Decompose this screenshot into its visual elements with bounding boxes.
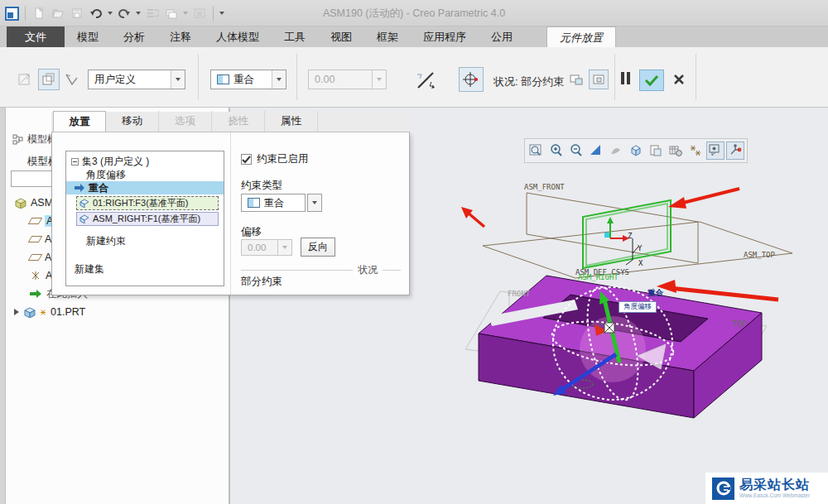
constraint-type-label: 约束类型 bbox=[241, 179, 282, 193]
main-window-icon[interactable] bbox=[589, 70, 609, 89]
reference-assembly[interactable]: ASM_RIGHT:F1(基准平面) bbox=[76, 212, 219, 226]
label-asm-top: ASM_TOP bbox=[744, 251, 775, 259]
divider bbox=[296, 54, 297, 100]
pause-button[interactable] bbox=[621, 72, 630, 84]
panel-constraint-type-combobox[interactable]: 重合 bbox=[241, 194, 306, 212]
accept-button[interactable] bbox=[639, 70, 664, 91]
tab-component-placement[interactable]: 元件放置 bbox=[546, 26, 616, 47]
combobox-arrow-icon[interactable] bbox=[171, 70, 185, 89]
offset-label: 偏移 bbox=[241, 225, 262, 239]
saved-views-icon[interactable] bbox=[627, 142, 645, 160]
tab-properties[interactable]: 属性 bbox=[265, 111, 318, 132]
datum-display-icon[interactable] bbox=[686, 142, 705, 160]
tab-framework[interactable]: 框架 bbox=[364, 26, 411, 47]
tab-file[interactable]: 文件 bbox=[7, 26, 65, 47]
label-axis-y: Y bbox=[638, 244, 642, 252]
datum-target-icon[interactable] bbox=[61, 69, 83, 90]
combobox-arrow-icon[interactable] bbox=[307, 194, 322, 212]
undo-menu-arrow-icon[interactable] bbox=[108, 12, 113, 15]
surface-ref-icon bbox=[79, 214, 89, 223]
watermark-title: 易采站长站 bbox=[739, 478, 810, 492]
view-manager-icon[interactable] bbox=[647, 142, 665, 160]
quick-access-toolbar bbox=[5, 4, 224, 22]
combobox-arrow-icon bbox=[372, 70, 386, 89]
constraint-enabled-row[interactable]: 约束已启用 bbox=[241, 152, 309, 166]
new-file-icon[interactable] bbox=[31, 6, 46, 21]
new-set-item[interactable]: 新建集 bbox=[66, 262, 224, 276]
easck-logo-icon bbox=[712, 478, 734, 500]
tab-model[interactable]: 模型 bbox=[65, 26, 111, 47]
tab-view[interactable]: 视图 bbox=[318, 26, 364, 47]
undo-icon[interactable] bbox=[89, 6, 104, 21]
tab-applications[interactable]: 应用程序 bbox=[411, 26, 479, 47]
separate-window-icon[interactable] bbox=[566, 70, 586, 89]
windows-icon[interactable] bbox=[164, 6, 179, 21]
dragger-tag[interactable]: 角度偏移 bbox=[619, 301, 657, 313]
reference-component[interactable]: 01:RIGHT:F3(基准平面) bbox=[76, 196, 219, 210]
tab-utilities[interactable]: 公用 bbox=[479, 26, 525, 47]
tree-item-part[interactable]: 01.PRT bbox=[14, 303, 225, 321]
tab-flexibility: 挠性 bbox=[212, 111, 265, 132]
asm-front-plane[interactable] bbox=[527, 193, 698, 263]
offset-combobox[interactable]: 0.00 bbox=[308, 70, 387, 89]
navigator-sash[interactable] bbox=[0, 108, 6, 504]
coincident-node-selected[interactable]: 重合 bbox=[66, 181, 224, 194]
tab-annotate[interactable]: 注释 bbox=[157, 26, 204, 47]
constraint-type-combobox[interactable]: 重合 bbox=[210, 70, 286, 89]
interface-placement-icon[interactable] bbox=[15, 69, 36, 90]
redo-menu-arrow-icon[interactable] bbox=[136, 12, 141, 15]
manual-placement-icon[interactable] bbox=[38, 69, 60, 90]
tab-placement[interactable]: 放置 bbox=[53, 111, 106, 132]
flip-constraint-icon[interactable] bbox=[414, 69, 437, 95]
zoom-in-icon[interactable] bbox=[547, 142, 566, 160]
cancel-button[interactable] bbox=[669, 70, 689, 89]
csys-origin-dot bbox=[604, 233, 609, 238]
redo-icon[interactable] bbox=[117, 6, 132, 21]
capture-icon[interactable] bbox=[667, 142, 685, 160]
constraint-enabled-label: 约束已启用 bbox=[257, 152, 309, 166]
dragger-display-icon[interactable] bbox=[726, 142, 744, 160]
modified-marker-icon bbox=[40, 309, 46, 316]
offset-value: 0.00 bbox=[315, 74, 335, 85]
3d-dragger-toggle-icon[interactable] bbox=[459, 67, 484, 92]
panel-offset-combobox: 0.00 bbox=[241, 239, 292, 256]
zoom-out-icon[interactable] bbox=[567, 142, 585, 160]
label-axis-x: X bbox=[638, 259, 643, 267]
constraint-set-value: 用户定义 bbox=[94, 73, 136, 87]
regenerate-icon[interactable] bbox=[145, 6, 160, 21]
annotation-arrow bbox=[680, 189, 739, 204]
save-icon[interactable] bbox=[70, 6, 84, 21]
angle-offset-node[interactable]: 角度偏移 bbox=[66, 168, 224, 181]
expand-arrow-icon[interactable] bbox=[14, 309, 19, 315]
label-part-top: TOP bbox=[732, 319, 747, 329]
tab-move[interactable]: 移动 bbox=[106, 111, 159, 132]
tab-tools[interactable]: 工具 bbox=[272, 26, 318, 47]
annotation-display-icon[interactable] bbox=[706, 142, 724, 160]
divider bbox=[198, 54, 199, 100]
placement-panel-body: 集3 (用户定义 ) 角度偏移 重合 01:RIGHT:F3(基准平面) bbox=[51, 132, 410, 295]
display-style-icon[interactable] bbox=[607, 142, 625, 160]
constraint-set-combobox[interactable]: 用户定义 bbox=[88, 70, 185, 89]
assembly-icon bbox=[14, 198, 26, 209]
constraint-set-node[interactable]: 集3 (用户定义 ) bbox=[66, 155, 224, 168]
checkbox-checked-icon[interactable] bbox=[241, 154, 252, 165]
close-window-icon[interactable] bbox=[192, 6, 207, 21]
windows-menu-arrow-icon[interactable] bbox=[183, 12, 188, 15]
flip-button[interactable]: 反向 bbox=[301, 238, 335, 257]
tab-manikin[interactable]: 人体模型 bbox=[204, 26, 272, 47]
refit-icon[interactable] bbox=[527, 142, 546, 160]
divider bbox=[213, 6, 214, 21]
repaint-icon[interactable] bbox=[587, 142, 605, 160]
app-icon[interactable] bbox=[5, 7, 19, 21]
new-constraint-item[interactable]: 新建约束 bbox=[66, 234, 224, 247]
label-asm-right: ASM_RIGHT bbox=[578, 273, 619, 281]
combobox-arrow-icon[interactable] bbox=[272, 70, 286, 89]
datum-plane-icon bbox=[28, 236, 43, 242]
collapse-icon[interactable] bbox=[71, 158, 79, 166]
tab-analysis[interactable]: 分析 bbox=[111, 26, 157, 47]
open-file-icon[interactable] bbox=[51, 6, 65, 21]
placement-panel: 放置 移动 选项 挠性 属性 集3 (用户定义 ) 角度偏移 bbox=[51, 112, 410, 295]
customize-arrow-icon[interactable] bbox=[219, 12, 224, 15]
constraint-properties: 约束已启用 约束类型 重合 偏移 0.00 bbox=[241, 132, 401, 295]
watermark-subtitle: Www.Easck.Com Webmaster bbox=[739, 493, 810, 499]
